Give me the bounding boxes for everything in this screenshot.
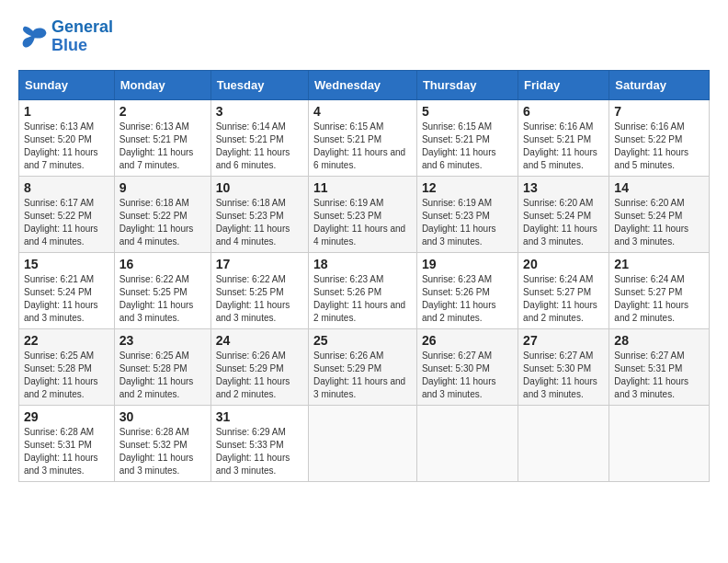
day-info: Sunrise: 6:27 AMSunset: 5:30 PMDaylight:… [523, 350, 604, 401]
day-info: Sunrise: 6:16 AMSunset: 5:21 PMDaylight:… [523, 121, 604, 172]
calendar-cell: 18 Sunrise: 6:23 AMSunset: 5:26 PMDaylig… [309, 252, 417, 328]
day-info: Sunrise: 6:24 AMSunset: 5:27 PMDaylight:… [614, 273, 704, 325]
day-info: Sunrise: 6:28 AMSunset: 5:32 PMDaylight:… [119, 426, 206, 477]
day-number: 4 [313, 104, 412, 119]
calendar-cell: 5 Sunrise: 6:15 AMSunset: 5:21 PMDayligh… [416, 99, 518, 176]
calendar-cell: 27 Sunrise: 6:27 AMSunset: 5:30 PMDaylig… [518, 328, 609, 405]
calendar-cell: 16 Sunrise: 6:22 AMSunset: 5:25 PMDaylig… [114, 252, 210, 328]
day-info: Sunrise: 6:25 AMSunset: 5:28 PMDaylight:… [119, 350, 206, 401]
day-info: Sunrise: 6:20 AMSunset: 5:24 PMDaylight:… [614, 197, 704, 248]
logo-text: General Blue [51, 18, 113, 55]
calendar-cell: 4 Sunrise: 6:15 AMSunset: 5:21 PMDayligh… [309, 99, 417, 176]
calendar-cell [609, 405, 710, 481]
day-number: 16 [119, 257, 206, 271]
day-number: 25 [313, 333, 412, 348]
calendar-cell: 14 Sunrise: 6:20 AMSunset: 5:24 PMDaylig… [609, 176, 710, 252]
day-info: Sunrise: 6:28 AMSunset: 5:31 PMDaylight:… [24, 426, 109, 477]
logo: General Blue [18, 18, 113, 55]
calendar-cell: 25 Sunrise: 6:26 AMSunset: 5:29 PMDaylig… [309, 328, 417, 405]
day-number: 8 [24, 180, 109, 195]
day-info: Sunrise: 6:14 AMSunset: 5:21 PMDaylight:… [216, 121, 303, 172]
calendar-week-row: 1 Sunrise: 6:13 AMSunset: 5:20 PMDayligh… [19, 99, 710, 176]
day-number: 22 [24, 333, 109, 348]
day-info: Sunrise: 6:19 AMSunset: 5:23 PMDaylight:… [313, 197, 412, 248]
header-saturday: Saturday [609, 70, 710, 99]
day-info: Sunrise: 6:21 AMSunset: 5:24 PMDaylight:… [24, 273, 109, 325]
day-number: 21 [614, 257, 704, 271]
day-number: 17 [216, 257, 303, 271]
calendar-cell: 12 Sunrise: 6:19 AMSunset: 5:23 PMDaylig… [416, 176, 518, 252]
day-info: Sunrise: 6:13 AMSunset: 5:20 PMDaylight:… [24, 121, 109, 172]
calendar-cell [416, 405, 518, 481]
calendar-cell: 28 Sunrise: 6:27 AMSunset: 5:31 PMDaylig… [609, 328, 710, 405]
calendar-cell: 13 Sunrise: 6:20 AMSunset: 5:24 PMDaylig… [518, 176, 609, 252]
day-info: Sunrise: 6:23 AMSunset: 5:26 PMDaylight:… [422, 273, 513, 325]
calendar-week-row: 8 Sunrise: 6:17 AMSunset: 5:22 PMDayligh… [19, 176, 710, 252]
day-number: 27 [523, 333, 604, 348]
day-number: 24 [216, 333, 303, 348]
calendar-cell: 10 Sunrise: 6:18 AMSunset: 5:23 PMDaylig… [210, 176, 308, 252]
day-number: 12 [422, 180, 513, 195]
header-sunday: Sunday [19, 70, 115, 99]
calendar-cell: 11 Sunrise: 6:19 AMSunset: 5:23 PMDaylig… [309, 176, 417, 252]
calendar-cell: 26 Sunrise: 6:27 AMSunset: 5:30 PMDaylig… [416, 328, 518, 405]
day-number: 18 [313, 257, 412, 271]
calendar-cell: 6 Sunrise: 6:16 AMSunset: 5:21 PMDayligh… [518, 99, 609, 176]
header-wednesday: Wednesday [309, 70, 417, 99]
day-number: 15 [24, 257, 109, 271]
day-number: 2 [119, 104, 206, 119]
day-info: Sunrise: 6:26 AMSunset: 5:29 PMDaylight:… [216, 350, 303, 401]
page-header: General Blue [18, 18, 710, 55]
day-number: 11 [313, 180, 412, 195]
day-number: 20 [523, 257, 604, 271]
day-info: Sunrise: 6:15 AMSunset: 5:21 PMDaylight:… [313, 121, 412, 172]
day-number: 3 [216, 104, 303, 119]
calendar-cell: 19 Sunrise: 6:23 AMSunset: 5:26 PMDaylig… [416, 252, 518, 328]
calendar-cell: 17 Sunrise: 6:22 AMSunset: 5:25 PMDaylig… [210, 252, 308, 328]
calendar-cell: 9 Sunrise: 6:18 AMSunset: 5:22 PMDayligh… [114, 176, 210, 252]
day-info: Sunrise: 6:18 AMSunset: 5:23 PMDaylight:… [216, 197, 303, 248]
day-info: Sunrise: 6:25 AMSunset: 5:28 PMDaylight:… [24, 350, 109, 401]
day-info: Sunrise: 6:20 AMSunset: 5:24 PMDaylight:… [523, 197, 604, 248]
calendar-cell: 7 Sunrise: 6:16 AMSunset: 5:22 PMDayligh… [609, 99, 710, 176]
day-number: 29 [24, 409, 109, 424]
calendar-header-row: SundayMondayTuesdayWednesdayThursdayFrid… [19, 70, 710, 99]
day-info: Sunrise: 6:23 AMSunset: 5:26 PMDaylight:… [313, 273, 412, 325]
day-number: 19 [422, 257, 513, 271]
day-info: Sunrise: 6:27 AMSunset: 5:30 PMDaylight:… [422, 350, 513, 401]
day-info: Sunrise: 6:18 AMSunset: 5:22 PMDaylight:… [119, 197, 206, 248]
header-tuesday: Tuesday [210, 70, 308, 99]
day-info: Sunrise: 6:19 AMSunset: 5:23 PMDaylight:… [422, 197, 513, 248]
calendar-cell: 3 Sunrise: 6:14 AMSunset: 5:21 PMDayligh… [210, 99, 308, 176]
day-info: Sunrise: 6:22 AMSunset: 5:25 PMDaylight:… [216, 273, 303, 325]
calendar-cell [518, 405, 609, 481]
day-info: Sunrise: 6:13 AMSunset: 5:21 PMDaylight:… [119, 121, 206, 172]
calendar-cell: 23 Sunrise: 6:25 AMSunset: 5:28 PMDaylig… [114, 328, 210, 405]
day-number: 26 [422, 333, 513, 348]
day-number: 1 [24, 104, 109, 119]
calendar-cell: 21 Sunrise: 6:24 AMSunset: 5:27 PMDaylig… [609, 252, 710, 328]
header-friday: Friday [518, 70, 609, 99]
day-info: Sunrise: 6:27 AMSunset: 5:31 PMDaylight:… [614, 350, 704, 401]
calendar-cell: 30 Sunrise: 6:28 AMSunset: 5:32 PMDaylig… [114, 405, 210, 481]
day-number: 13 [523, 180, 604, 195]
day-info: Sunrise: 6:15 AMSunset: 5:21 PMDaylight:… [422, 121, 513, 172]
calendar-week-row: 22 Sunrise: 6:25 AMSunset: 5:28 PMDaylig… [19, 328, 710, 405]
calendar-cell: 24 Sunrise: 6:26 AMSunset: 5:29 PMDaylig… [210, 328, 308, 405]
day-number: 23 [119, 333, 206, 348]
calendar-cell: 15 Sunrise: 6:21 AMSunset: 5:24 PMDaylig… [19, 252, 115, 328]
day-number: 14 [614, 180, 704, 195]
day-number: 5 [422, 104, 513, 119]
day-info: Sunrise: 6:22 AMSunset: 5:25 PMDaylight:… [119, 273, 206, 325]
day-number: 6 [523, 104, 604, 119]
calendar-cell: 2 Sunrise: 6:13 AMSunset: 5:21 PMDayligh… [114, 99, 210, 176]
logo-icon [18, 24, 48, 50]
day-number: 31 [216, 409, 303, 424]
day-info: Sunrise: 6:24 AMSunset: 5:27 PMDaylight:… [523, 273, 604, 325]
calendar-week-row: 15 Sunrise: 6:21 AMSunset: 5:24 PMDaylig… [19, 252, 710, 328]
day-info: Sunrise: 6:29 AMSunset: 5:33 PMDaylight:… [216, 426, 303, 477]
calendar-cell: 20 Sunrise: 6:24 AMSunset: 5:27 PMDaylig… [518, 252, 609, 328]
header-thursday: Thursday [416, 70, 518, 99]
day-info: Sunrise: 6:17 AMSunset: 5:22 PMDaylight:… [24, 197, 109, 248]
calendar-cell: 8 Sunrise: 6:17 AMSunset: 5:22 PMDayligh… [19, 176, 115, 252]
